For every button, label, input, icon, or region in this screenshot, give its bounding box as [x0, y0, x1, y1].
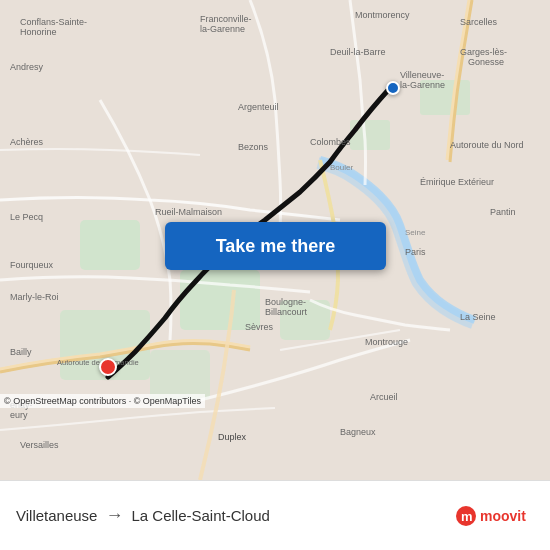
- svg-rect-5: [150, 350, 210, 400]
- svg-text:Duplex: Duplex: [218, 432, 247, 442]
- take-me-there-button[interactable]: Take me there: [165, 222, 386, 270]
- map-container: Conflans-Sainte- Honorine Franconville- …: [0, 0, 550, 480]
- svg-text:Rueil-Malmaison: Rueil-Malmaison: [155, 207, 222, 217]
- svg-text:eury: eury: [10, 410, 28, 420]
- svg-text:Bailly: Bailly: [10, 347, 32, 357]
- svg-rect-6: [350, 120, 390, 150]
- to-location: La Celle-Saint-Cloud: [131, 507, 269, 524]
- svg-text:Franconville-: Franconville-: [200, 14, 252, 24]
- svg-rect-2: [180, 270, 260, 330]
- svg-text:m: m: [461, 509, 473, 524]
- svg-text:moovit: moovit: [480, 508, 526, 524]
- svg-text:Achères: Achères: [10, 137, 44, 147]
- svg-text:Sarcelles: Sarcelles: [460, 17, 498, 27]
- svg-text:la-Garenne: la-Garenne: [400, 80, 445, 90]
- svg-text:Colombes: Colombes: [310, 137, 351, 147]
- svg-text:Bagneux: Bagneux: [340, 427, 376, 437]
- svg-text:Boulogne-: Boulogne-: [265, 297, 306, 307]
- svg-text:Argenteuil: Argenteuil: [238, 102, 279, 112]
- footer-bar: Villetaneuse → La Celle-Saint-Cloud m mo…: [0, 480, 550, 550]
- from-location: Villetaneuse: [16, 507, 97, 524]
- svg-text:Versailles: Versailles: [20, 440, 59, 450]
- svg-text:Autoroute de Normandie: Autoroute de Normandie: [57, 358, 139, 367]
- svg-text:Pantin: Pantin: [490, 207, 516, 217]
- svg-text:Billancourt: Billancourt: [265, 307, 308, 317]
- svg-text:Fourqueux: Fourqueux: [10, 260, 54, 270]
- origin-marker: [386, 81, 400, 95]
- svg-text:Montmorency: Montmorency: [355, 10, 410, 20]
- svg-text:Arcueil: Arcueil: [370, 392, 398, 402]
- svg-text:la-Garenne: la-Garenne: [200, 24, 245, 34]
- svg-text:Sèvres: Sèvres: [245, 322, 274, 332]
- svg-text:Émirique Extérieur: Émirique Extérieur: [420, 177, 494, 187]
- svg-text:Seine: Seine: [405, 228, 426, 237]
- destination-marker: [99, 358, 117, 376]
- svg-text:Garges-lès-: Garges-lès-: [460, 47, 507, 57]
- svg-text:Paris: Paris: [405, 247, 426, 257]
- svg-text:Le Pecq: Le Pecq: [10, 212, 43, 222]
- svg-text:Deuil-la-Barre: Deuil-la-Barre: [330, 47, 386, 57]
- moovit-logo: m moovit: [454, 502, 534, 530]
- svg-text:Bezons: Bezons: [238, 142, 269, 152]
- svg-text:Bouler: Bouler: [330, 163, 353, 172]
- footer-route-info: Villetaneuse → La Celle-Saint-Cloud: [16, 505, 270, 526]
- svg-rect-1: [80, 220, 140, 270]
- moovit-logo-svg: m moovit: [454, 502, 534, 530]
- svg-text:Marly-le-Roi: Marly-le-Roi: [10, 292, 59, 302]
- svg-text:Honorine: Honorine: [20, 27, 57, 37]
- svg-text:Gonesse: Gonesse: [468, 57, 504, 67]
- svg-text:Conflans-Sainte-: Conflans-Sainte-: [20, 17, 87, 27]
- svg-text:Andresy: Andresy: [10, 62, 44, 72]
- map-attribution: © OpenStreetMap contributors · © OpenMap…: [0, 394, 205, 408]
- svg-text:La Seine: La Seine: [460, 312, 496, 322]
- svg-text:Montrouge: Montrouge: [365, 337, 408, 347]
- arrow-icon: →: [105, 505, 123, 526]
- svg-text:Villeneuve-: Villeneuve-: [400, 70, 444, 80]
- svg-text:Autoroute du Nord: Autoroute du Nord: [450, 140, 524, 150]
